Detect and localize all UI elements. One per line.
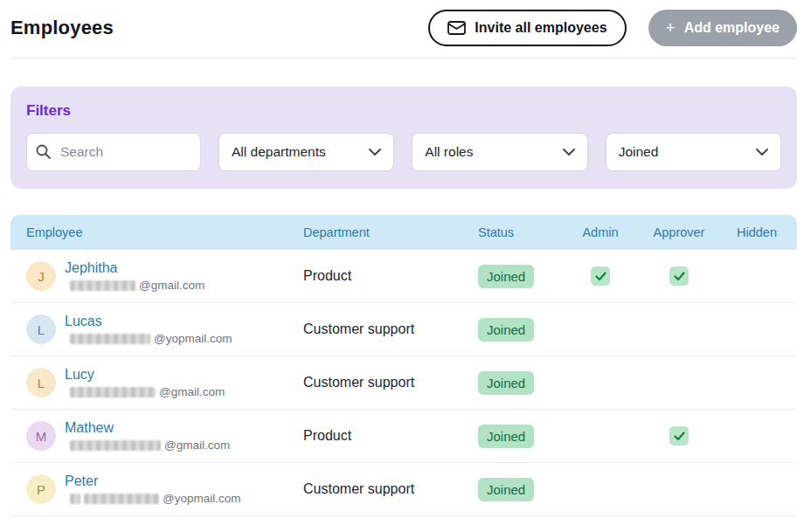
employee-email: @gmail.com xyxy=(65,279,204,292)
table-row[interactable]: M Mathew @gmail.com Product Joined xyxy=(10,410,797,463)
admin-cell xyxy=(559,266,641,286)
status-cell: Joined xyxy=(478,265,559,288)
approver-checkbox[interactable] xyxy=(669,266,689,286)
add-button-label: Add employee xyxy=(684,21,780,35)
employee-identity: Lucy @gmail.com xyxy=(65,367,225,398)
table-row[interactable]: L Lucas @yopmail.com Customer support Jo… xyxy=(10,303,797,356)
department-cell: Product xyxy=(303,428,478,444)
departments-select-value: All departments xyxy=(232,144,326,160)
employee-name-link[interactable]: Lucas xyxy=(65,314,232,329)
employee-identity: Lucas @yopmail.com xyxy=(65,314,232,345)
status-cell: Joined xyxy=(478,318,559,342)
invite-button-label: Invite all employees xyxy=(475,21,607,35)
roles-select-value: All roles xyxy=(425,144,473,160)
email-domain: @yopmail.com xyxy=(154,332,232,345)
status-select[interactable]: Joined xyxy=(606,133,781,171)
chevron-down-icon xyxy=(756,149,768,155)
search-box xyxy=(26,133,201,171)
admin-checkbox[interactable] xyxy=(591,266,610,286)
chevron-down-icon xyxy=(369,149,381,155)
column-header-hidden: Hidden xyxy=(717,225,797,239)
department-cell: Product xyxy=(303,268,478,284)
employee-email: @gmail.com xyxy=(65,385,225,398)
employee-email: @gmail.com xyxy=(65,439,230,452)
status-cell: Joined xyxy=(478,478,559,501)
employee-cell: J Jephitha @gmail.com xyxy=(26,260,303,292)
column-header-employee: Employee xyxy=(26,225,303,239)
plus-icon: + xyxy=(666,19,676,36)
avatar: L xyxy=(26,368,56,397)
avatar: L xyxy=(26,314,56,344)
status-badge: Joined xyxy=(478,371,534,395)
employee-identity: Mathew @gmail.com xyxy=(65,420,230,452)
status-badge: Joined xyxy=(478,478,534,501)
employee-name-link[interactable]: Peter xyxy=(65,473,240,489)
table-header-row: Employee Department Status Admin Approve… xyxy=(10,215,797,250)
department-cell: Customer support xyxy=(303,481,478,497)
page-title: Employees xyxy=(10,17,114,39)
status-badge: Joined xyxy=(478,318,534,342)
table-row[interactable]: J Jephitha @gmail.com Product Joined xyxy=(10,250,797,303)
department-cell: Customer support xyxy=(303,321,478,337)
email-domain: @gmail.com xyxy=(159,385,225,398)
approver-cell xyxy=(641,426,717,446)
employee-email: @yopmail.com xyxy=(65,492,240,505)
redacted-email-block xyxy=(70,440,161,451)
column-header-status: Status xyxy=(478,225,559,239)
table-row[interactable]: L Lucy @gmail.com Customer support Joine… xyxy=(10,356,797,410)
employee-email: @yopmail.com xyxy=(65,332,232,345)
redacted-email-block xyxy=(84,494,159,504)
column-header-admin: Admin xyxy=(559,225,641,239)
status-badge: Joined xyxy=(478,425,534,448)
employees-page: Employees Invite all employees + Add emp… xyxy=(0,0,811,516)
employee-identity: Jephitha @gmail.com xyxy=(65,260,204,292)
search-input[interactable] xyxy=(26,133,201,171)
employee-cell: M Mathew @gmail.com xyxy=(26,420,303,452)
filters-title: Filters xyxy=(26,102,781,120)
employee-identity: Peter @yopmail.com xyxy=(65,473,240,505)
invite-all-employees-button[interactable]: Invite all employees xyxy=(428,10,626,46)
redacted-email-block xyxy=(70,494,80,504)
search-icon xyxy=(35,143,52,163)
header-divider xyxy=(10,58,797,59)
redacted-email-block xyxy=(70,280,135,291)
email-domain: @gmail.com xyxy=(164,439,230,452)
redacted-email-block xyxy=(70,387,156,397)
approver-checkbox[interactable] xyxy=(669,426,689,446)
filters-panel: Filters All departments xyxy=(10,86,797,189)
department-cell: Customer support xyxy=(303,375,478,390)
column-header-department: Department xyxy=(303,225,478,239)
employee-name-link[interactable]: Lucy xyxy=(65,367,225,383)
employees-table: Employee Department Status Admin Approve… xyxy=(10,215,797,516)
avatar: P xyxy=(26,474,56,504)
status-badge: Joined xyxy=(478,265,534,288)
chevron-down-icon xyxy=(563,149,575,155)
employee-name-link[interactable]: Jephitha xyxy=(65,260,204,276)
employee-cell: P Peter @yopmail.com xyxy=(26,473,303,505)
employee-cell: L Lucy @gmail.com xyxy=(26,367,303,398)
email-domain: @yopmail.com xyxy=(163,492,240,505)
status-select-value: Joined xyxy=(619,144,659,160)
envelope-icon xyxy=(447,21,466,35)
email-domain: @gmail.com xyxy=(139,279,204,292)
avatar: J xyxy=(26,261,56,291)
approver-cell xyxy=(641,266,717,286)
employee-cell: L Lucas @yopmail.com xyxy=(26,314,303,345)
header-actions: Invite all employees + Add employee xyxy=(428,10,797,46)
page-header: Employees Invite all employees + Add emp… xyxy=(10,9,797,47)
avatar: M xyxy=(26,421,56,451)
status-cell: Joined xyxy=(478,371,559,395)
roles-select[interactable]: All roles xyxy=(412,133,587,171)
table-row[interactable]: P Peter @yopmail.com Customer support Jo… xyxy=(10,463,797,516)
status-cell: Joined xyxy=(478,425,559,448)
add-employee-button[interactable]: + Add employee xyxy=(648,10,797,46)
employee-name-link[interactable]: Mathew xyxy=(65,420,230,436)
departments-select[interactable]: All departments xyxy=(218,133,394,171)
redacted-email-block xyxy=(70,334,150,344)
filters-row: All departments All roles Joined xyxy=(26,133,781,171)
column-header-approver: Approver xyxy=(641,225,717,239)
